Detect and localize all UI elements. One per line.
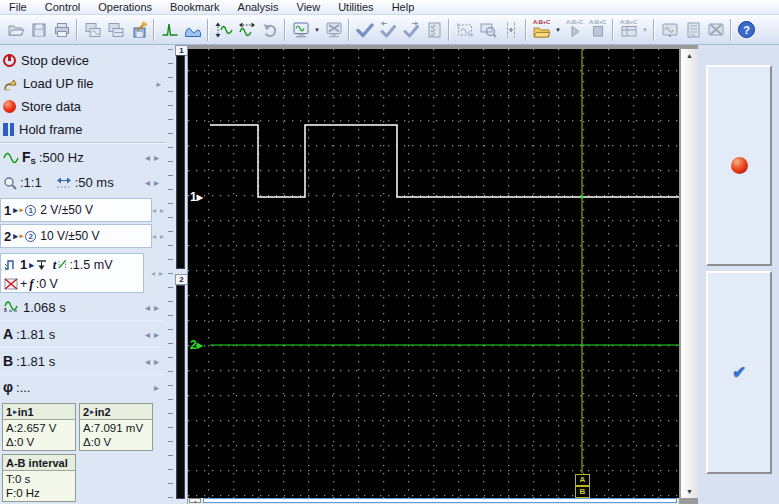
sampling-rate-row[interactable]: FS :500 Hz ◂ ▸: [0, 145, 166, 170]
channel-2-level-track[interactable]: [176, 285, 185, 499]
sequence-play-icon[interactable]: A:B+C: [563, 18, 586, 42]
spinner-left-icon[interactable]: ◂: [145, 177, 150, 188]
waveform-blue-icon[interactable]: [181, 18, 204, 42]
channel-2-marker[interactable]: 2▶: [190, 338, 203, 352]
scope-display-dropdown[interactable]: ▼: [312, 18, 322, 42]
spinner-left-icon[interactable]: ◂: [152, 232, 156, 241]
setup-save-icon[interactable]: [127, 18, 150, 42]
stop-device-button[interactable]: Stop device: [0, 49, 166, 72]
channel-2-settings[interactable]: 2 ▸ ▸ 2 10 V/±50 V: [0, 224, 152, 248]
submenu-arrow-icon: ▸: [156, 79, 163, 89]
spinner-left-icon[interactable]: ◂: [145, 329, 150, 340]
scroll-down-icon[interactable]: ▼: [681, 488, 698, 495]
menu-utilities[interactable]: Utilities: [329, 0, 382, 14]
spinner-right-icon[interactable]: ▸: [154, 329, 159, 340]
toolbar-separator: [525, 19, 527, 41]
sequence-open-dropdown[interactable]: ▼: [553, 18, 563, 42]
spinner-right-icon[interactable]: ▸: [154, 356, 159, 367]
sweep-time-icon: [3, 301, 20, 314]
menu-view[interactable]: View: [288, 0, 330, 14]
cursor-a-handle[interactable]: A: [575, 474, 590, 486]
spinner-right-icon[interactable]: ▸: [159, 269, 163, 278]
spinner-left-icon[interactable]: ◂: [145, 356, 150, 367]
trigger-row[interactable]: 1 ▸ t :1.5 mV + f :0 V ◂ ▸: [0, 251, 166, 295]
menu-analysis[interactable]: Analysis: [229, 0, 288, 14]
load-up-file-button[interactable]: Load UP file ▸: [0, 72, 166, 95]
sequence-table-icon[interactable]: A:B+C: [617, 18, 640, 42]
marker-arrow-icon: ▶: [197, 193, 203, 202]
scale-wave-vertical-icon[interactable]: [212, 18, 235, 42]
spinner-right-icon[interactable]: ▸: [154, 152, 159, 163]
trigger-spinner: ◂ ▸: [151, 269, 166, 278]
hold-frame-button[interactable]: Hold frame: [0, 118, 166, 141]
report-icon[interactable]: [681, 18, 704, 42]
channel-1-level-track[interactable]: [176, 55, 185, 269]
hold-frame-label: Hold frame: [19, 122, 83, 137]
scope-vertical-scrollbar[interactable]: ▲ ▼: [680, 49, 698, 498]
menu-help[interactable]: Help: [383, 0, 424, 14]
save-icon[interactable]: [27, 18, 50, 42]
meter-in1-header: 1 ▸ in1: [3, 404, 75, 420]
select-region-icon[interactable]: [453, 18, 476, 42]
spinner-right-icon[interactable]: ▸: [160, 232, 164, 241]
single-pulse-icon[interactable]: [158, 18, 181, 42]
sequence-table-dropdown[interactable]: ▼: [640, 18, 650, 42]
check-next-icon[interactable]: [399, 18, 422, 42]
paste-waveform-icon[interactable]: [104, 18, 127, 42]
channel-2-row[interactable]: 2 ▸ ▸ 2 10 V/±50 V ◂ ▸: [0, 223, 166, 249]
cursor-a-row[interactable]: A :1.81 s ◂ ▸: [0, 320, 166, 347]
zoom-region-icon[interactable]: [476, 18, 499, 42]
phase-row[interactable]: φ :... ▸: [0, 374, 166, 399]
store-data-button[interactable]: Store data: [0, 95, 166, 118]
scroll-left-button[interactable]: ◂: [189, 498, 201, 503]
cursor-intersection-marker: [581, 196, 584, 199]
scope-close-icon[interactable]: [322, 18, 345, 42]
sequence-stop-icon[interactable]: A:B+C: [586, 18, 609, 42]
channel-1-marker[interactable]: 1▶: [190, 190, 203, 204]
accept-check-icon[interactable]: [353, 18, 376, 42]
channel-arrow-icon: ▸: [13, 205, 18, 215]
menu-control[interactable]: Control: [36, 0, 89, 14]
spinner-left-icon[interactable]: ◂: [151, 269, 155, 278]
open-file-icon[interactable]: [4, 18, 27, 42]
time-window-row[interactable]: 1.068 s ◂ ▸: [0, 295, 166, 320]
sequence-open-icon[interactable]: A:B+C: [530, 18, 553, 42]
cursor-b-handle[interactable]: B: [575, 486, 590, 498]
toolbar-separator: [612, 19, 614, 41]
check-prev-icon[interactable]: [376, 18, 399, 42]
menu-file[interactable]: File: [0, 0, 36, 14]
spinner-right-icon[interactable]: ▸: [154, 177, 159, 188]
copy-waveform-icon[interactable]: [81, 18, 104, 42]
check-list-icon[interactable]: [422, 18, 445, 42]
horizontal-scroll-thumb[interactable]: [203, 498, 677, 503]
spinner-left-icon[interactable]: ◂: [145, 302, 150, 313]
toolbar-separator: [76, 19, 78, 41]
scope-canvas[interactable]: 1▶ 2▶ A B: [188, 49, 679, 498]
spinner-left-icon[interactable]: ◂: [145, 152, 150, 163]
menu-operations[interactable]: Operations: [89, 0, 161, 14]
phase-value: :...: [16, 380, 30, 395]
spinner-right-icon[interactable]: ▸: [154, 302, 159, 313]
spinner-left-icon[interactable]: ◂: [152, 206, 156, 215]
channel-1-row[interactable]: 1 ▸ ▸ 1 2 V/±50 V ◂ ▸: [0, 197, 166, 223]
spinner-right-icon[interactable]: ▸: [154, 382, 159, 393]
display-close-icon[interactable]: [704, 18, 727, 42]
record-panel-button[interactable]: [706, 65, 772, 266]
menu-bookmark[interactable]: Bookmark: [161, 0, 229, 14]
scope-display-icon[interactable]: [289, 18, 312, 42]
display-wave-icon[interactable]: [658, 18, 681, 42]
channel-1-settings[interactable]: 1 ▸ ▸ 1 2 V/±50 V: [0, 198, 152, 222]
undo-icon[interactable]: [258, 18, 281, 42]
cursor-b-row[interactable]: B :1.81 s ◂ ▸: [0, 347, 166, 374]
scope-horizontal-scrollbar[interactable]: ◂: [188, 498, 679, 504]
help-icon[interactable]: ?: [735, 18, 758, 42]
scroll-up-icon[interactable]: ▲: [681, 52, 698, 59]
trigger-settings[interactable]: 1 ▸ t :1.5 mV + f :0 V: [0, 253, 144, 293]
confirm-panel-button[interactable]: ✔: [706, 271, 772, 474]
scale-wave-horizontal-icon[interactable]: [235, 18, 258, 42]
cursors-icon[interactable]: [499, 18, 522, 42]
zoom-sweep-row[interactable]: :1:1 :50 ms ◂ ▸: [0, 170, 166, 195]
print-icon[interactable]: [50, 18, 73, 42]
spinner-right-icon[interactable]: ▸: [160, 206, 164, 215]
sampling-spinner: ◂ ▸: [145, 152, 163, 163]
